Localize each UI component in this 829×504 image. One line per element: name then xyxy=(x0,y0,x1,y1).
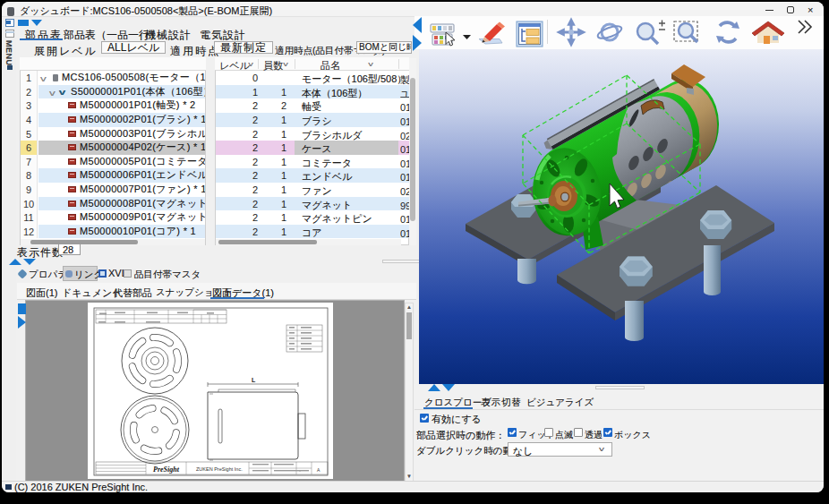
svg-text:ZUKEN PreSight Inc.: ZUKEN PreSight Inc. xyxy=(196,466,243,472)
svg-text:L: L xyxy=(252,377,256,383)
svg-text:PreSight: PreSight xyxy=(153,466,180,474)
